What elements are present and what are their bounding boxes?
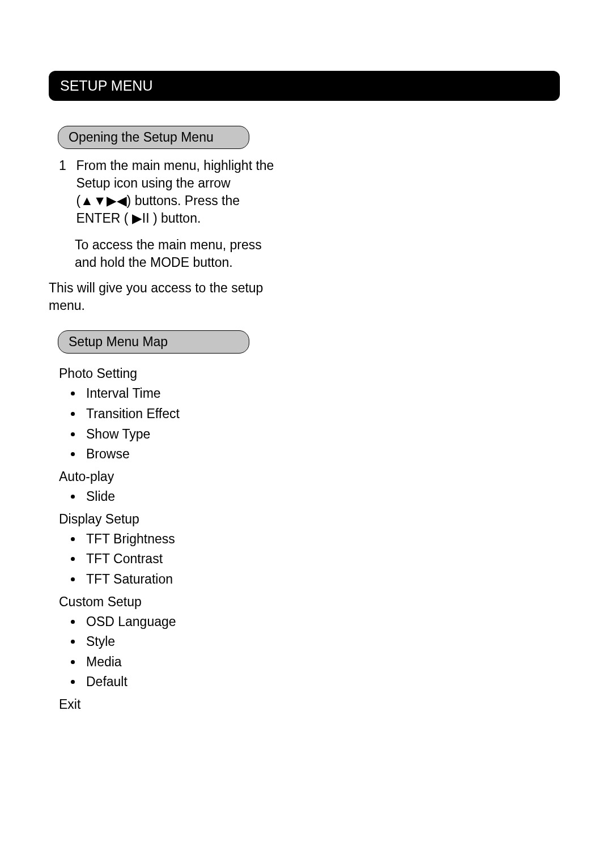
section-header: SETUP MENU (49, 71, 560, 101)
category-exit: Exit (59, 697, 560, 712)
step-subtext: To access the main menu, press and hold … (75, 236, 273, 271)
photo-setting-list: Interval Time Transition Effect Show Typ… (49, 384, 560, 465)
step-number: 1 (59, 157, 69, 175)
list-item: OSD Language (83, 612, 560, 632)
list-item: Media (83, 652, 560, 673)
list-item: TFT Brightness (83, 529, 560, 550)
list-item: Default (83, 672, 560, 692)
category-auto-play: Auto-play (59, 469, 560, 484)
paragraph-access: This will give you access to the setup m… (49, 279, 270, 314)
custom-setup-list: OSD Language Style Media Default (49, 612, 560, 693)
list-item: Browse (83, 444, 560, 465)
subsection-opening-setup-menu: Opening the Setup Menu (58, 126, 249, 149)
step-1: 1 From the main menu, highlight the Setu… (59, 157, 280, 227)
list-item: Show Type (83, 424, 560, 445)
subsection-setup-menu-map: Setup Menu Map (58, 330, 249, 354)
list-item: Interval Time (83, 384, 560, 404)
category-display-setup: Display Setup (59, 512, 560, 527)
list-item: TFT Saturation (83, 569, 560, 590)
list-item: TFT Contrast (83, 549, 560, 569)
list-item: Style (83, 632, 560, 652)
category-photo-setting: Photo Setting (59, 366, 560, 381)
category-custom-setup: Custom Setup (59, 594, 560, 610)
step-text: From the main menu, highlight the Setup … (76, 157, 274, 227)
display-setup-list: TFT Brightness TFT Contrast TFT Saturati… (49, 529, 560, 590)
auto-play-list: Slide (49, 487, 560, 507)
list-item: Slide (83, 487, 560, 507)
list-item: Transition Effect (83, 404, 560, 424)
